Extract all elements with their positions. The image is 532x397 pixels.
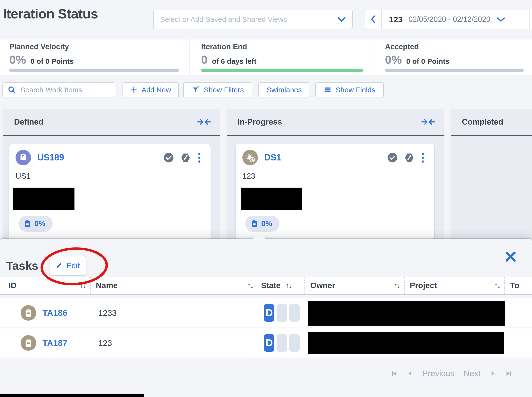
planned-velocity-progressbar <box>9 69 179 72</box>
board-column-completed: Completed <box>451 109 532 242</box>
task-name: 1233 <box>98 308 117 318</box>
next-page-icon[interactable] <box>490 370 496 377</box>
column-header-completed: Completed <box>451 109 532 136</box>
task-row: TA187 123 D <box>0 328 532 357</box>
next-page-label[interactable]: Next <box>464 369 481 378</box>
edit-tasks-button[interactable]: Edit <box>49 256 86 276</box>
add-new-button[interactable]: Add New <box>123 82 179 97</box>
defect-suite-icon <box>242 150 258 165</box>
saved-views-placeholder: Select or Add Saved and Shared Views <box>160 15 337 24</box>
state-badge-completed[interactable] <box>289 304 300 322</box>
state-badge-defined[interactable]: D <box>264 334 274 352</box>
chevron-down-icon[interactable] <box>497 17 505 22</box>
column-header-owner[interactable]: Owner ↑↓ <box>304 277 404 294</box>
state-badge-defined[interactable]: D <box>264 304 274 322</box>
task-icon <box>21 335 36 351</box>
tasks-popup-panel: Tasks Edit ID ↑↓ Name ↑↓ <box>0 239 532 397</box>
accepted-stat: Accepted 0% 0 of 0 Points <box>374 40 532 75</box>
edit-button-label: Edit <box>66 261 80 270</box>
column-title: Defined <box>14 117 43 127</box>
task-progress-pill[interactable]: 0% <box>18 216 53 232</box>
accepted-detail: 0 of 0 Points <box>406 57 449 65</box>
column-header-todo[interactable]: To <box>504 277 532 294</box>
add-new-label: Add New <box>141 86 171 94</box>
iteration-end-value: 0 <box>201 53 208 66</box>
state-badge-completed[interactable] <box>289 334 300 352</box>
previous-page-icon[interactable] <box>407 370 413 377</box>
accepted-label: Accepted <box>385 42 532 51</box>
column-header-id[interactable]: ID ↑↓ <box>0 277 90 294</box>
card-id-link[interactable]: DS1 <box>264 152 281 163</box>
ready-check-icon[interactable] <box>164 152 174 163</box>
card-menu-icon[interactable] <box>421 152 425 164</box>
iteration-selector: 123 02/05/2020 - 02/12/2020 <box>365 10 532 29</box>
column-title: In-Progress <box>237 117 282 127</box>
collapse-column-icon[interactable] <box>421 118 435 126</box>
redacted-content <box>0 394 144 397</box>
chevron-down-icon <box>337 17 346 22</box>
column-header-name[interactable]: Name ↑↓ <box>90 277 257 294</box>
blocked-icon[interactable] <box>404 152 415 163</box>
column-header-defined: Defined <box>3 109 220 136</box>
close-icon[interactable] <box>504 250 517 263</box>
clipboard-icon <box>251 220 258 228</box>
show-fields-button[interactable]: Show Fields <box>315 82 384 97</box>
task-id-link[interactable]: TA187 <box>42 338 67 348</box>
first-page-icon[interactable] <box>390 370 398 377</box>
column-header-in-progress: In-Progress <box>227 109 444 136</box>
search-input[interactable] <box>20 86 110 94</box>
hamburger-icon <box>324 86 332 94</box>
task-id-link[interactable]: TA186 <box>42 308 67 318</box>
sort-icon: ↑↓ <box>494 281 500 290</box>
task-name: 123 <box>98 338 112 348</box>
state-badges: D <box>264 304 300 322</box>
swimlanes-button[interactable]: Swimlanes <box>258 82 310 97</box>
column-header-project[interactable]: Project ↑↓ <box>404 277 504 294</box>
user-story-icon <box>16 150 31 165</box>
task-icon <box>21 305 36 321</box>
card-title-text: 123 <box>236 165 434 181</box>
task-progress-pill[interactable]: 0% <box>245 216 279 232</box>
planned-velocity-stat: Planned Velocity 0% 0 of 0 Points <box>0 40 190 75</box>
redacted-content <box>13 188 74 210</box>
iteration-end-stat: Iteration End 0 of 6 days left <box>190 40 374 75</box>
planned-velocity-label: Planned Velocity <box>9 42 189 51</box>
table-header-divider <box>0 294 532 295</box>
search-work-items-box[interactable] <box>2 82 115 97</box>
popup-caret <box>253 232 266 239</box>
column-header-state[interactable]: State ↑↓ <box>257 277 304 294</box>
tasks-pagination: Previous Next <box>390 369 513 378</box>
state-badge-in-progress[interactable] <box>277 334 287 352</box>
blocked-icon[interactable] <box>180 152 191 163</box>
work-item-card-ds1[interactable]: DS1 123 0% <box>236 144 434 241</box>
task-progress-percent: 0% <box>261 219 272 228</box>
card-id-link[interactable]: US189 <box>37 152 64 163</box>
tasks-table-header: ID ↑↓ Name ↑↓ State ↑↓ Owner ↑↓ Project … <box>0 277 532 294</box>
work-item-card-us189[interactable]: US189 US1 0% <box>9 144 211 241</box>
last-page-icon[interactable] <box>505 370 513 377</box>
plus-icon <box>130 86 138 94</box>
iteration-status-page: Iteration Status Select or Add Saved and… <box>0 0 532 397</box>
previous-page-label[interactable]: Previous <box>422 369 454 378</box>
card-menu-icon[interactable] <box>197 152 201 164</box>
iteration-end-progressbar <box>201 69 363 72</box>
filter-funnel-icon <box>192 86 200 94</box>
collapse-column-icon[interactable] <box>197 118 211 126</box>
saved-views-combobox[interactable]: Select or Add Saved and Shared Views <box>153 10 353 29</box>
previous-iteration-button[interactable] <box>365 10 382 29</box>
search-icon <box>8 86 16 94</box>
iteration-end-label: Iteration End <box>201 42 374 51</box>
swimlanes-label: Swimlanes <box>267 86 302 94</box>
pencil-icon <box>55 262 63 269</box>
tasks-panel-title: Tasks <box>6 259 38 272</box>
page-title: Iteration Status <box>3 6 98 22</box>
iteration-name[interactable]: 123 <box>389 15 403 24</box>
sort-icon: ↑↓ <box>394 281 400 290</box>
ready-check-icon[interactable] <box>387 152 398 163</box>
iteration-stats-bar: Planned Velocity 0% 0 of 0 Points Iterat… <box>0 40 532 75</box>
iteration-date-range: 02/05/2020 - 02/12/2020 <box>409 15 491 24</box>
state-badge-in-progress[interactable] <box>277 304 287 322</box>
show-filters-button[interactable]: Show Filters <box>183 82 252 97</box>
sort-icon: ↑↓ <box>286 281 291 290</box>
show-filters-label: Show Filters <box>204 86 244 94</box>
